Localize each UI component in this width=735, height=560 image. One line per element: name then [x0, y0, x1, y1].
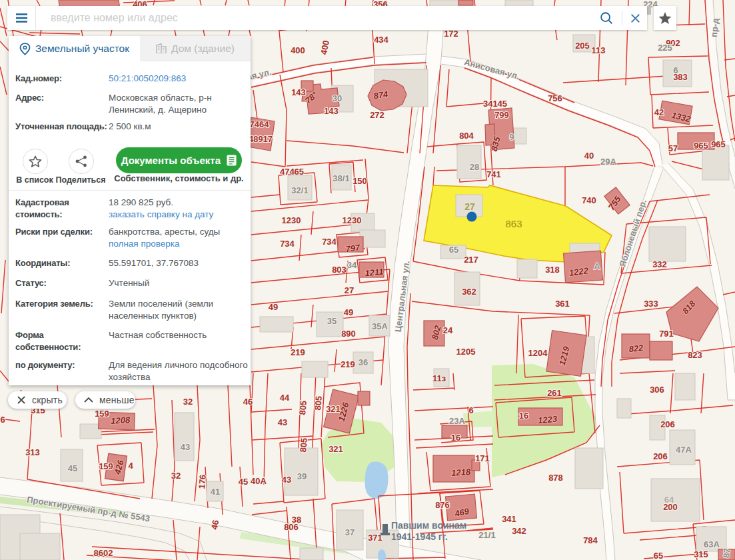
svg-text:822: 822 — [628, 343, 644, 354]
svg-text:1230: 1230 — [282, 215, 301, 225]
svg-text:11з: 11з — [432, 373, 446, 383]
svg-text:219: 219 — [291, 347, 305, 357]
svg-text:784: 784 — [583, 535, 598, 545]
svg-text:272: 272 — [370, 110, 384, 120]
svg-text:171: 171 — [475, 453, 490, 463]
svg-text:143: 143 — [324, 106, 339, 116]
svg-text:206: 206 — [660, 419, 675, 429]
svg-text:38/1: 38/1 — [333, 173, 349, 183]
svg-text:321: 321 — [329, 444, 343, 454]
svg-text:361: 361 — [555, 299, 570, 309]
svg-text:65: 65 — [449, 245, 458, 255]
svg-text:45: 45 — [68, 463, 77, 473]
svg-text:341: 341 — [502, 514, 516, 524]
svg-text:874: 874 — [373, 89, 389, 101]
svg-text:805: 805 — [297, 400, 309, 415]
svg-text:150: 150 — [353, 176, 367, 186]
svg-text:32: 32 — [171, 471, 181, 481]
svg-text:400: 400 — [291, 45, 305, 55]
svg-text:791: 791 — [659, 329, 674, 339]
svg-text:113: 113 — [592, 45, 606, 55]
svg-text:172: 172 — [444, 29, 458, 39]
svg-text:40: 40 — [584, 151, 594, 161]
svg-text:1218: 1218 — [451, 467, 472, 478]
svg-text:261: 261 — [547, 388, 562, 398]
svg-text:434: 434 — [374, 35, 388, 45]
svg-text:342: 342 — [512, 526, 526, 536]
svg-text:27: 27 — [464, 201, 475, 212]
svg-text:734: 734 — [322, 237, 337, 247]
svg-text:1211: 1211 — [365, 267, 384, 279]
svg-text:35: 35 — [327, 316, 337, 326]
svg-text:362: 362 — [462, 287, 476, 297]
svg-text:1941-1945 гг.: 1941-1945 гг. — [391, 531, 448, 542]
svg-text:797: 797 — [345, 243, 361, 255]
svg-text:46: 46 — [243, 397, 253, 407]
svg-text:383: 383 — [673, 72, 688, 82]
svg-text:46: 46 — [209, 519, 221, 531]
svg-text:805: 805 — [313, 395, 324, 411]
svg-text:876: 876 — [435, 500, 450, 510]
svg-text:40A: 40A — [251, 476, 267, 486]
svg-text:47465: 47465 — [280, 167, 304, 177]
svg-text:371: 371 — [368, 533, 382, 543]
svg-text:159: 159 — [95, 409, 109, 419]
svg-text:306: 306 — [650, 385, 664, 395]
svg-text:756: 756 — [548, 93, 562, 103]
svg-text:47A: 47A — [676, 445, 692, 455]
svg-text:7464: 7464 — [250, 119, 270, 129]
svg-text:37: 37 — [345, 527, 355, 537]
svg-text:318: 318 — [545, 265, 560, 275]
svg-text:34145: 34145 — [483, 99, 507, 109]
svg-text:9: 9 — [509, 132, 514, 142]
svg-text:4: 4 — [128, 461, 133, 471]
svg-text:49: 49 — [344, 307, 353, 317]
svg-text:А: А — [594, 261, 600, 271]
svg-text:823: 823 — [688, 350, 702, 360]
svg-text:8602: 8602 — [94, 548, 113, 558]
svg-text:65: 65 — [654, 551, 663, 560]
svg-text:36: 36 — [359, 357, 368, 367]
svg-text:1208: 1208 — [111, 415, 131, 426]
svg-text:48917: 48917 — [249, 134, 273, 144]
svg-text:63A: 63A — [704, 539, 720, 549]
svg-text:143: 143 — [291, 87, 306, 97]
svg-text:1223: 1223 — [538, 414, 558, 426]
svg-text:878: 878 — [548, 473, 563, 483]
svg-text:21/1: 21/1 — [478, 530, 495, 540]
svg-text:пр-д: пр-д — [709, 17, 720, 37]
svg-text:43: 43 — [181, 442, 190, 452]
svg-text:28: 28 — [470, 162, 479, 172]
svg-text:206: 206 — [653, 451, 668, 461]
svg-text:315: 315 — [694, 549, 708, 559]
svg-text:6: 6 — [0, 415, 5, 425]
svg-text:41: 41 — [211, 487, 220, 497]
svg-text:217: 217 — [464, 255, 478, 265]
svg-text:734: 734 — [280, 239, 295, 249]
svg-text:1204: 1204 — [528, 348, 548, 358]
svg-text:805: 805 — [298, 437, 309, 453]
svg-text:799: 799 — [494, 110, 509, 120]
svg-text:803: 803 — [332, 265, 347, 275]
svg-text:24: 24 — [443, 325, 453, 335]
svg-text:64: 64 — [664, 495, 674, 505]
svg-text:35A: 35A — [372, 321, 388, 331]
svg-text:965: 965 — [694, 141, 708, 151]
svg-text:1205: 1205 — [456, 347, 476, 357]
svg-text:6: 6 — [468, 405, 473, 415]
svg-text:43: 43 — [282, 475, 291, 485]
svg-text:333: 333 — [644, 299, 658, 309]
svg-text:16: 16 — [519, 411, 528, 421]
svg-text:39: 39 — [297, 471, 307, 481]
svg-text:176: 176 — [197, 474, 208, 489]
svg-text:965: 965 — [711, 139, 726, 149]
svg-text:219: 219 — [341, 359, 355, 369]
svg-text:1230: 1230 — [343, 215, 362, 225]
svg-text:23A: 23A — [449, 416, 465, 426]
svg-text:16: 16 — [451, 433, 460, 443]
svg-text:863: 863 — [505, 218, 522, 229]
svg-text:804: 804 — [459, 131, 474, 141]
svg-text:741: 741 — [486, 169, 501, 179]
svg-text:34: 34 — [347, 260, 357, 270]
svg-text:49: 49 — [269, 302, 278, 312]
